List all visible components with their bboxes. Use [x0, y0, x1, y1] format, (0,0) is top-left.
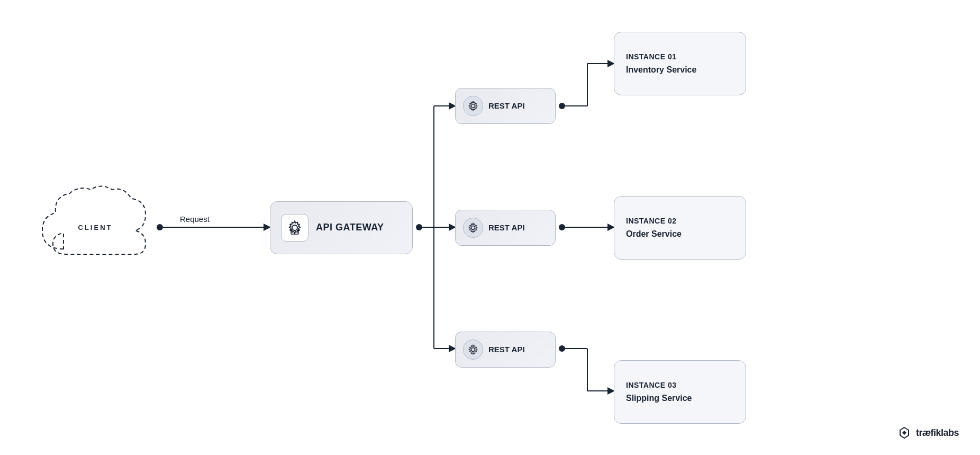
instance-2-title: INSTANCE 02 [626, 217, 734, 225]
instance-3-title: INSTANCE 03 [626, 381, 734, 389]
rest-api-1-gear-icon [467, 100, 479, 112]
rest-api-3-icon [463, 340, 483, 360]
request-label: Request [180, 215, 210, 224]
gateway-gear-icon [286, 219, 304, 237]
svg-point-0 [292, 225, 297, 230]
gateway-icon-box [281, 214, 308, 242]
rest-api-3-label: REST API [488, 345, 525, 354]
client-label: CLIENT [78, 224, 113, 231]
cloud-path [42, 186, 146, 254]
instance-node-2: INSTANCE 02 Order Service [614, 196, 746, 260]
rest-api-node-3: REST API [455, 332, 556, 368]
instance-node-3: INSTANCE 03 Slipping Service [614, 360, 746, 424]
svg-rect-2 [297, 229, 300, 231]
svg-rect-1 [290, 229, 292, 231]
instance-3-subtitle: Slipping Service [626, 394, 734, 403]
rest-api-2-gear-icon [467, 222, 479, 234]
instance-1-subtitle: Inventory Service [626, 65, 734, 75]
rest-api-1-label: REST API [488, 101, 525, 110]
rest-api-2-icon [463, 218, 483, 238]
traefiklabs-icon [897, 425, 912, 440]
rest-api-2-label: REST API [488, 223, 525, 232]
rest-api-node-2: REST API [455, 210, 556, 246]
traefiklabs-logo-text: træfiklabs [916, 427, 959, 439]
rest-api-node-1: REST API [455, 88, 556, 124]
rest-api-3-gear-icon [467, 344, 479, 355]
instance-1-title: INSTANCE 01 [626, 52, 734, 61]
rest-api-1-icon [463, 96, 483, 116]
logo-area: træfiklabs [897, 425, 959, 440]
gateway-label: API GATEWAY [316, 222, 384, 233]
svg-point-3 [471, 104, 475, 108]
client-node: CLIENT [32, 180, 159, 275]
gateway-node: API GATEWAY [270, 201, 413, 254]
svg-point-5 [471, 347, 475, 351]
instance-node-1: INSTANCE 01 Inventory Service [614, 32, 746, 95]
diagram-container: CLIENT Request API GATEWAY REST API [0, 0, 980, 455]
svg-point-4 [471, 226, 475, 229]
instance-2-subtitle: Order Service [626, 229, 734, 239]
